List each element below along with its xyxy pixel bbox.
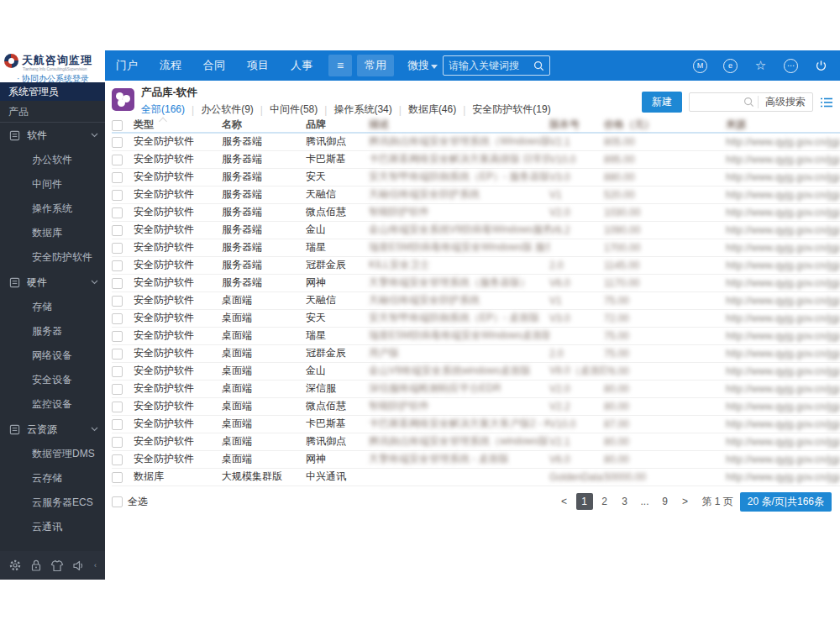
row-checkbox[interactable] (112, 278, 123, 289)
page-button-1[interactable]: 1 (576, 493, 593, 510)
row-checkbox[interactable] (112, 437, 123, 448)
select-all[interactable]: 全选 (112, 495, 148, 509)
sidebar-item-服务器[interactable]: 服务器 (0, 319, 105, 344)
row-checkbox[interactable] (112, 349, 123, 360)
table-row[interactable]: 安全防护软件服务器端天融信天融信终端安全防护系统V1520.00http://w… (112, 186, 840, 203)
row-checkbox[interactable] (112, 296, 123, 307)
row-checkbox[interactable] (112, 366, 123, 377)
sidebar-item-安全防护软件[interactable]: 安全防护软件 (0, 245, 105, 270)
sidebar-group-1[interactable]: 软件 (0, 123, 105, 148)
table-row[interactable]: 安全防护软件桌面端腾讯御点腾讯御点终端安全管理系统（windows版）V2.1V… (112, 433, 840, 450)
row-checkbox[interactable] (112, 243, 123, 254)
table-row[interactable]: 安全防护软件桌面端冠群金辰用户版2.075.00http://www.qyjg.… (112, 344, 840, 362)
speaker-icon[interactable] (72, 559, 86, 572)
row-checkbox[interactable] (112, 225, 123, 236)
sidebar-item-监控设备[interactable]: 监控设备 (0, 392, 105, 417)
nav-hamburger-button[interactable]: ≡ (328, 55, 352, 76)
table-row[interactable]: 安全防护软件服务器端瑞星瑞星ESM防病毒终端安全Windows版 服务器1700… (112, 239, 840, 256)
sidebar-item-安全设备[interactable]: 安全设备 (0, 368, 105, 392)
sidebar-item-网络设备[interactable]: 网络设备 (0, 344, 105, 368)
power-logout-icon[interactable] (814, 59, 828, 73)
sidebar-item-存储[interactable]: 存储 (0, 295, 105, 319)
search-input[interactable] (449, 60, 533, 71)
nav-item-3[interactable]: 合同 (192, 50, 236, 81)
row-checkbox[interactable] (112, 172, 123, 183)
more-ellipsis-icon[interactable]: ⋯ (784, 59, 798, 73)
sidebar-item-办公软件[interactable]: 办公软件 (0, 148, 105, 172)
tab-1[interactable]: 全部(166) (141, 102, 185, 117)
table-row[interactable]: 安全防护软件桌面端天融信天融信终端安全防护系统V175.00http://www… (112, 291, 840, 309)
sidebar-item-云通讯[interactable]: 云通讯 (0, 515, 105, 539)
page-size-summary[interactable]: 20 条/页|共166条 (740, 492, 832, 512)
sidebar-item-数据库[interactable]: 数据库 (0, 221, 105, 245)
column-header-3[interactable]: 品牌 (306, 118, 369, 133)
favorites-star-icon[interactable]: ☆ (753, 59, 768, 73)
nav-item-2[interactable]: 流程 (149, 50, 192, 81)
advanced-search-link[interactable]: 高级搜索 (759, 95, 812, 109)
gear-icon[interactable] (8, 559, 22, 572)
page-jump[interactable]: 第 1 页 (702, 495, 733, 509)
row-checkbox[interactable] (112, 207, 123, 218)
row-checkbox[interactable] (112, 313, 123, 324)
column-header-6[interactable]: 价格（元） (604, 118, 726, 133)
search-icon[interactable] (533, 60, 544, 71)
table-row[interactable]: 安全防护软件桌面端网神天擎终端安全管理系统 - 桌面版V6.080.00http… (112, 450, 840, 468)
new-button[interactable]: 新建 (642, 92, 682, 113)
table-row[interactable]: 安全防护软件桌面端安天安天智甲终端防御系统（EP）- 桌面版V3.072.00h… (112, 309, 840, 327)
table-row[interactable]: 安全防护软件服务器端安天安天智甲终端防御系统（EP）- 服务器版V3.0880.… (112, 168, 840, 186)
row-checkbox[interactable] (112, 137, 123, 148)
row-checkbox[interactable] (112, 402, 123, 412)
next-page-button[interactable]: > (677, 493, 694, 510)
tab-5[interactable]: 数据库(46) (408, 102, 456, 117)
sidebar-group-2[interactable]: 硬件 (0, 270, 105, 295)
nav-item-pinned[interactable]: 常用 (357, 55, 394, 76)
row-checkbox[interactable] (112, 472, 123, 483)
shirt-theme-icon[interactable] (50, 559, 64, 572)
row-checkbox[interactable] (112, 419, 123, 430)
tab-4[interactable]: 操作系统(34) (333, 102, 391, 117)
m-badge-icon[interactable]: M (693, 59, 707, 73)
table-row[interactable]: 安全防护软件服务器端腾讯御点腾讯御点终端安全管理系统（Windows版）V2.1… (112, 133, 840, 150)
sidebar-item-云存储[interactable]: 云存储 (0, 466, 105, 491)
table-row[interactable]: 安全防护软件桌面端深信服深信服终端检测响应平台EDRV2.080.00http:… (112, 380, 840, 397)
select-all-checkbox[interactable] (112, 496, 123, 507)
sidebar-collapse-icon[interactable]: ‹ (94, 561, 97, 570)
page-ellipsis[interactable]: ... (637, 493, 654, 510)
page-button-3[interactable]: 3 (617, 493, 633, 510)
tab-2[interactable]: 办公软件(9) (201, 102, 254, 117)
sidebar-section-product[interactable]: 产品 (0, 101, 105, 123)
prev-page-button[interactable]: < (556, 493, 573, 510)
row-checkbox[interactable] (112, 260, 123, 271)
search-icon[interactable] (743, 97, 754, 108)
table-row[interactable]: 安全防护软件桌面端金山金山V9终端安全系统windows桌面版V8.0（桌面版）… (112, 362, 840, 380)
table-row[interactable]: 安全防护软件桌面端卡巴斯基卡巴斯基网络安全解决方案大客户版2 - KESV10.… (112, 415, 840, 433)
filter-input[interactable] (690, 97, 743, 108)
column-header-4[interactable]: 描述 (369, 118, 549, 133)
column-header-2[interactable]: 名称 (222, 118, 306, 133)
row-checkbox[interactable] (112, 155, 123, 165)
e-badge-icon[interactable]: e (723, 59, 738, 73)
table-row[interactable]: 安全防护软件桌面端瑞星瑞星ESM防病毒终端安全Windows桌面版75.00ht… (112, 327, 840, 344)
row-checkbox[interactable] (112, 384, 123, 395)
table-row[interactable]: 安全防护软件服务器端卡巴斯基卡巴斯基网络安全解决方案高级版 日常防护V10.08… (112, 150, 840, 168)
sidebar-item-中间件[interactable]: 中间件 (0, 172, 105, 197)
column-header-5[interactable]: 版本号 (549, 118, 604, 133)
table-row[interactable]: 安全防护软件服务器端金山金山终端安全系统V9防病毒Windows服务器版V6.2… (112, 221, 840, 239)
row-checkbox[interactable] (112, 190, 123, 201)
lock-icon[interactable] (30, 559, 42, 572)
sidebar-group-3[interactable]: 云资源 (0, 417, 105, 442)
column-header-7[interactable]: 来源 (726, 118, 840, 133)
page-button-9[interactable]: 9 (657, 493, 674, 510)
table-row[interactable]: 数据库大规模集群版中兴通讯GoldenData s...50000.00http… (112, 468, 840, 486)
sidebar-item-云服务器ECS[interactable]: 云服务器ECS (0, 491, 105, 515)
nav-item-1[interactable]: 门户 (105, 50, 149, 81)
header-checkbox[interactable] (112, 120, 123, 131)
page-button-2[interactable]: 2 (596, 493, 613, 510)
table-row[interactable]: 安全防护软件服务器端冠群金辰KILL安全卫士2.01145.00http://w… (112, 256, 840, 274)
row-checkbox[interactable] (112, 331, 123, 342)
sidebar-item-操作系统[interactable]: 操作系统 (0, 197, 105, 221)
row-checkbox[interactable] (112, 454, 123, 465)
table-row[interactable]: 安全防护软件桌面端微点佰慧智能防护软件V2.280.00http://www.q… (112, 397, 840, 415)
table-row[interactable]: 安全防护软件服务器端微点佰慧智能防护软件V2.01030.00http://ww… (112, 203, 840, 221)
column-header-1[interactable]: 类型 (134, 118, 222, 133)
